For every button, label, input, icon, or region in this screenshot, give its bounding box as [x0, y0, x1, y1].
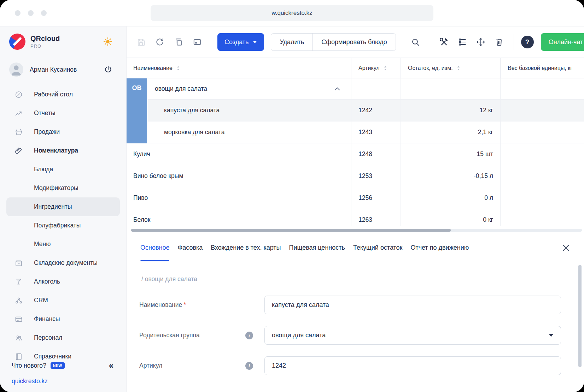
help-button[interactable]: ?	[521, 36, 534, 48]
column-header-name[interactable]: Наименование	[127, 58, 351, 78]
sidebar-item-menu[interactable]: Меню	[0, 235, 126, 254]
sidebar-item-semifinished[interactable]: Полуфабрикаты	[0, 216, 126, 235]
collapse-sidebar-icon[interactable]: «	[109, 361, 113, 370]
move-icon	[476, 37, 485, 47]
delete-button-label: Удалить	[280, 38, 304, 46]
window-close-button[interactable]	[15, 10, 21, 16]
delete-button[interactable]: Удалить	[271, 34, 313, 51]
url-bar[interactable]: w.quickresto.kz	[151, 5, 433, 21]
whats-new-row[interactable]: Что нового? NEW «	[0, 359, 126, 372]
table-row[interactable]: Белок 1263 0 кг	[127, 209, 584, 226]
table-row[interactable]: морковка для салата 1243 2,1 кг	[127, 121, 584, 143]
sidebar-item-crm[interactable]: CRM	[0, 291, 126, 310]
column-header-stock[interactable]: Остаток, ед. изм.	[401, 58, 500, 78]
sidebar-item-reports[interactable]: Отчеты	[0, 104, 126, 123]
tab-tech-cards[interactable]: Вхождение в тех. карты	[211, 234, 281, 261]
list-view-button[interactable]	[456, 36, 468, 48]
create-button[interactable]: Создать	[217, 33, 264, 51]
chevron-up-icon[interactable]	[333, 85, 341, 93]
sidebar-item-warehouse-docs[interactable]: Складские документы	[0, 254, 126, 272]
table-body: ОВ овощи для салата капуста для салата 1…	[127, 78, 584, 226]
tab-label: Основное	[140, 244, 169, 251]
tab-movement-report[interactable]: Отчет по движению	[411, 234, 469, 261]
table-row[interactable]: Пиво 1256 0 л	[127, 187, 584, 209]
scrollbar-thumb[interactable]	[131, 229, 451, 232]
column-label: Остаток, ед. изм.	[408, 65, 453, 71]
window-minimize-button[interactable]	[28, 10, 34, 16]
breadcrumb: / овощи для салата	[141, 275, 584, 283]
table-row[interactable]: Вино белое крым 1253 -0,15 л	[127, 165, 584, 187]
martini-icon	[14, 278, 23, 286]
column-header-sku[interactable]: Артикул	[351, 58, 401, 78]
close-panel-button[interactable]	[561, 243, 571, 253]
sort-icon	[176, 65, 180, 71]
column-label: Вес базовой единицы, кг	[508, 65, 572, 71]
column-label: Наименование	[133, 65, 173, 71]
make-dish-button-label: Сформировать блюдо	[321, 38, 387, 46]
sort-icon	[456, 65, 461, 71]
avatar[interactable]	[9, 63, 23, 77]
user-name: Арман Кусаинов	[30, 66, 77, 73]
sidebar-menu: Рабочий стол Отчеты Продажи Номенклатура…	[0, 85, 126, 366]
sidebar-item-nomenclature[interactable]: Номенклатура	[0, 141, 126, 160]
cell-stock: 0 л	[484, 194, 493, 202]
table-row[interactable]: капуста для салата 1242 12 кг	[127, 100, 584, 121]
vertical-scrollbar-thumb[interactable]	[578, 265, 582, 367]
parent-group-select[interactable]: овощи для салата	[264, 326, 561, 345]
save-button[interactable]	[135, 36, 147, 48]
quickresto-link[interactable]: quickresto.kz	[12, 378, 126, 385]
sidebar-item-finance[interactable]: Финансы	[0, 310, 126, 328]
window-controls	[15, 10, 47, 16]
sort-icon	[383, 65, 387, 71]
browser-chrome: w.quickresto.kz	[0, 0, 584, 26]
online-chat-button[interactable]: Онлайн-чат	[541, 33, 584, 51]
table-row[interactable]: Кулич 1248 15 шт	[127, 143, 584, 165]
window-zoom-button[interactable]	[41, 10, 47, 16]
logo-title: QRcloud	[30, 35, 60, 43]
logout-power-icon[interactable]	[104, 65, 113, 74]
sidebar-item-modifiers[interactable]: Модификаторы	[0, 179, 126, 197]
search-button[interactable]	[409, 36, 421, 48]
sidebar-item-label: Финансы	[34, 315, 60, 323]
copy-button[interactable]	[173, 36, 185, 48]
media-button[interactable]	[191, 36, 203, 48]
sidebar-item-ingredients[interactable]: Ингредиенты	[6, 197, 120, 216]
sidebar-item-staff[interactable]: Персонал	[0, 328, 126, 347]
field-label: Наименование*	[139, 301, 245, 309]
sidebar-item-desktop[interactable]: Рабочий стол	[0, 85, 126, 104]
app-window: w.quickresto.kz QRcloud PRO Арман Кусаин…	[0, 0, 584, 392]
field-sku: Артикул i	[139, 356, 584, 375]
logo-subtitle: PRO	[30, 43, 60, 49]
toolbar-divider	[514, 34, 514, 50]
cell-sku: 1242	[358, 107, 372, 114]
sidebar-item-label: Продажи	[34, 128, 60, 136]
trash-button[interactable]	[493, 36, 505, 48]
column-header-weight[interactable]: Вес базовой единицы, кг	[500, 58, 584, 78]
tab-nutrition[interactable]: Пищевая ценность	[289, 234, 345, 261]
sidebar-item-label: Ингредиенты	[34, 203, 72, 210]
sidebar-item-dishes[interactable]: Блюда	[0, 160, 126, 179]
trash-icon	[495, 37, 504, 47]
refresh-button[interactable]	[154, 36, 166, 48]
theme-sun-icon[interactable]	[103, 37, 113, 47]
group-badge-label: ОВ	[132, 84, 142, 143]
move-button[interactable]	[475, 36, 487, 48]
tab-main[interactable]: Основное	[140, 234, 169, 261]
qrcloud-logo-icon	[9, 34, 25, 50]
table-row-group[interactable]: овощи для салата	[127, 78, 584, 100]
make-dish-button[interactable]: Сформировать блюдо	[313, 34, 396, 51]
basket-icon	[14, 128, 23, 136]
sidebar-item-label: Рабочий стол	[34, 91, 73, 98]
tab-packing[interactable]: Фасовка	[177, 234, 203, 261]
floppy-icon	[136, 37, 146, 47]
info-icon[interactable]: i	[245, 332, 253, 339]
group-badge[interactable]: ОВ	[127, 78, 148, 143]
name-input[interactable]	[264, 296, 561, 314]
sidebar-item-alcohol[interactable]: Алкоголь	[0, 272, 126, 291]
sidebar-item-sales[interactable]: Продажи	[0, 123, 126, 141]
sku-input[interactable]	[264, 356, 561, 375]
tools-button[interactable]	[438, 36, 450, 48]
whats-new-label: Что нового?	[12, 362, 46, 369]
info-icon[interactable]: i	[245, 362, 253, 370]
tab-current-stock[interactable]: Текущий остаток	[353, 234, 403, 261]
